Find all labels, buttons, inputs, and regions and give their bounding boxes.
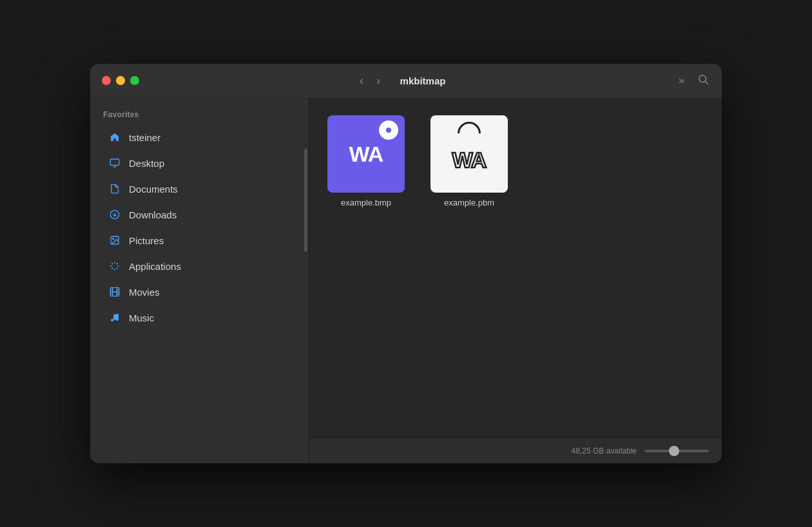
traffic-lights [90, 76, 309, 85]
svg-point-25 [111, 319, 113, 321]
slider-thumb [669, 446, 679, 456]
sidebar-label-desktop: Desktop [129, 158, 164, 169]
file-thumbnail-pbm: WA [430, 115, 508, 193]
sidebar-item-tsteiner[interactable]: tsteiner [95, 125, 304, 149]
sidebar-item-applications[interactable]: Applications [95, 254, 304, 278]
music-icon [108, 311, 121, 324]
sidebar-item-movies[interactable]: Movies [95, 280, 304, 304]
main-content: Favorites tsteiner Desktop Doc [90, 97, 722, 463]
more-button[interactable]: » [677, 73, 686, 88]
svg-line-16 [117, 263, 118, 264]
file-item-bmp[interactable]: WA example.bmp [322, 110, 410, 213]
svg-line-1 [705, 81, 708, 84]
status-bar: 48,25 GB available [309, 437, 722, 463]
sidebar-item-downloads[interactable]: Downloads [95, 202, 304, 227]
sidebar-label-music: Music [129, 312, 154, 323]
sidebar-item-documents[interactable]: Documents [95, 177, 304, 201]
svg-line-15 [111, 268, 113, 269]
file-name-bmp: example.bmp [341, 198, 391, 207]
sidebar-section-favorites: Favorites [90, 105, 309, 124]
finder-window: ‹ › mkbitmap » Favorites tsteiner [90, 64, 722, 463]
svg-rect-2 [110, 159, 119, 165]
sidebar-label-pictures: Pictures [129, 235, 164, 246]
storage-status: 48,25 GB available [572, 446, 637, 455]
sidebar-item-desktop[interactable]: Desktop [95, 151, 304, 175]
file-browser: WA example.bmp WA example.pbm [309, 97, 722, 463]
sidebar-scrollbar[interactable] [304, 149, 307, 252]
back-button[interactable]: ‹ [357, 73, 366, 88]
window-title: mkbitmap [391, 75, 455, 86]
titlebar-center: ‹ › mkbitmap [357, 73, 455, 88]
file-name-pbm: example.pbm [444, 198, 494, 207]
sidebar-label-downloads: Downloads [129, 209, 177, 220]
svg-point-8 [113, 238, 114, 240]
zoom-slider[interactable] [644, 450, 709, 452]
sidebar-label-applications: Applications [129, 261, 181, 272]
home-icon [108, 131, 121, 144]
documents-icon [108, 182, 121, 195]
search-button[interactable] [696, 72, 710, 89]
svg-line-11 [111, 263, 113, 264]
file-area: WA example.bmp WA example.pbm [309, 97, 722, 437]
pictures-icon [108, 234, 121, 247]
applications-icon [108, 260, 121, 273]
svg-point-26 [116, 318, 119, 321]
titlebar-actions: » [677, 72, 710, 89]
sidebar-label-documents: Documents [129, 184, 178, 195]
movies-icon [108, 285, 121, 298]
forward-button[interactable]: › [374, 73, 383, 88]
titlebar: ‹ › mkbitmap » [90, 64, 722, 97]
desktop-icon [108, 157, 121, 169]
minimize-button[interactable] [116, 76, 125, 85]
downloads-icon [108, 208, 121, 221]
maximize-button[interactable] [130, 76, 139, 85]
sidebar: Favorites tsteiner Desktop Doc [90, 97, 309, 463]
sidebar-item-pictures[interactable]: Pictures [95, 228, 304, 253]
svg-line-12 [117, 268, 118, 269]
file-thumbnail-bmp: WA [327, 115, 405, 193]
file-item-pbm[interactable]: WA example.pbm [425, 110, 513, 213]
slider-track [644, 450, 709, 452]
sidebar-item-music[interactable]: Music [95, 305, 304, 330]
sidebar-label-movies: Movies [129, 287, 160, 298]
sidebar-label-tsteiner: tsteiner [129, 132, 160, 143]
close-button[interactable] [102, 76, 111, 85]
